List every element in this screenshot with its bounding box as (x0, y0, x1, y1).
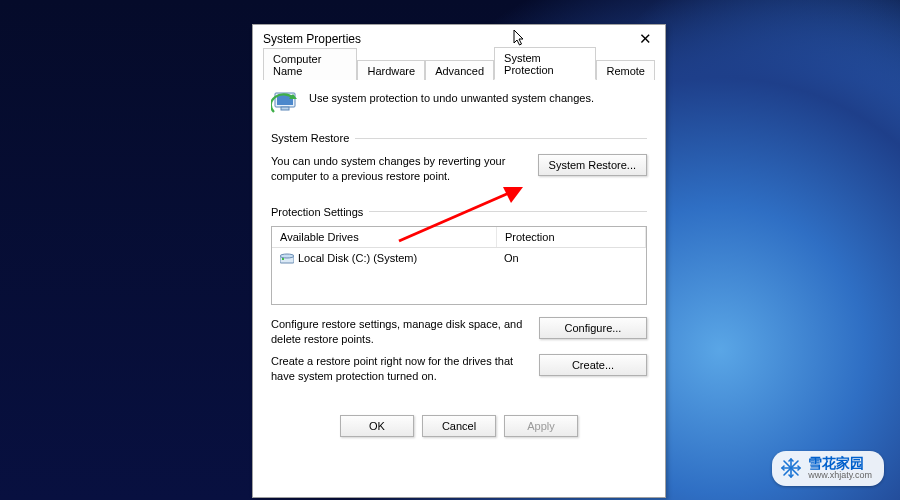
window-title: System Properties (259, 32, 631, 46)
tab-remote[interactable]: Remote (596, 60, 655, 80)
restore-row: You can undo system changes by reverting… (271, 154, 647, 184)
watermark-main: 雪花家园 (808, 456, 872, 471)
ok-button[interactable]: OK (340, 415, 414, 437)
create-row: Create a restore point right now for the… (271, 354, 647, 384)
watermark: 雪花家园 www.xhjaty.com (772, 451, 884, 486)
snowflake-icon (780, 457, 802, 479)
system-protection-icon (271, 88, 301, 118)
create-desc: Create a restore point right now for the… (271, 354, 523, 384)
drives-header: Available Drives Protection (272, 227, 646, 248)
system-properties-dialog: System Properties ✕ Computer Name Hardwa… (252, 24, 666, 498)
tab-body: Use system protection to undo unwanted s… (253, 80, 665, 396)
tab-computer-name[interactable]: Computer Name (263, 48, 357, 80)
watermark-text: 雪花家园 www.xhjaty.com (808, 456, 872, 481)
create-button[interactable]: Create... (539, 354, 647, 376)
legend-protection-settings: Protection Settings (271, 206, 369, 218)
drive-name: Local Disk (C:) (System) (298, 252, 417, 264)
configure-desc: Configure restore settings, manage disk … (271, 317, 523, 347)
watermark-sub: www.xhjaty.com (808, 471, 872, 481)
apply-button[interactable]: Apply (504, 415, 578, 437)
drive-protection-cell: On (496, 248, 646, 304)
tab-hardware[interactable]: Hardware (357, 60, 425, 80)
configure-row: Configure restore settings, manage disk … (271, 317, 647, 347)
legend-system-restore: System Restore (271, 132, 355, 144)
col-protection[interactable]: Protection (497, 227, 646, 247)
desktop: System Properties ✕ Computer Name Hardwa… (0, 0, 900, 500)
drive-icon (280, 253, 294, 264)
tab-advanced[interactable]: Advanced (425, 60, 494, 80)
group-protection-settings: Protection Settings Available Drives Pro… (271, 206, 647, 396)
intro-row: Use system protection to undo unwanted s… (271, 88, 647, 118)
system-restore-button[interactable]: System Restore... (538, 154, 647, 176)
dialog-button-row: OK Cancel Apply (253, 406, 665, 443)
drive-name-cell: Local Disk (C:) (System) (272, 248, 496, 304)
group-system-restore: System Restore You can undo system chang… (271, 132, 647, 196)
tab-system-protection[interactable]: System Protection (494, 47, 596, 80)
drives-list[interactable]: Available Drives Protection Local Disk (… (271, 226, 647, 305)
intro-text: Use system protection to undo unwanted s… (309, 88, 594, 118)
svg-point-5 (280, 254, 294, 258)
col-available-drives[interactable]: Available Drives (272, 227, 497, 247)
configure-button[interactable]: Configure... (539, 317, 647, 339)
cancel-button[interactable]: Cancel (422, 415, 496, 437)
drive-row[interactable]: Local Disk (C:) (System) On (272, 248, 646, 304)
close-button[interactable]: ✕ (631, 30, 659, 48)
restore-desc: You can undo system changes by reverting… (271, 154, 522, 184)
svg-rect-2 (281, 107, 289, 110)
tab-row: Computer Name Hardware Advanced System P… (263, 55, 655, 80)
